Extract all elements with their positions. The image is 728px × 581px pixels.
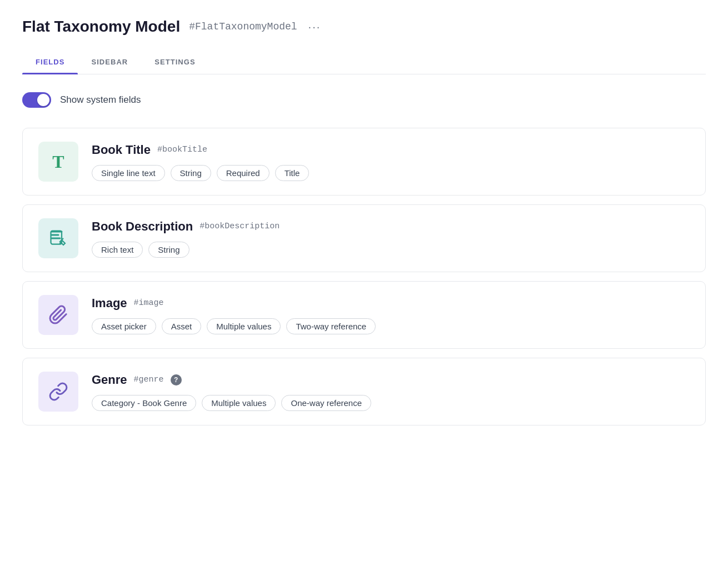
asset-icon — [48, 305, 68, 325]
field-name: Image — [92, 296, 127, 310]
tag-rich-text: Rich text — [92, 242, 143, 258]
tag-single-line-text: Single line text — [92, 165, 165, 181]
field-card-image[interactable]: Image #image Asset picker Asset Multiple… — [22, 281, 706, 349]
field-tags: Asset picker Asset Multiple values Two-w… — [92, 318, 690, 334]
system-fields-toggle[interactable] — [22, 92, 51, 108]
fields-list: T Book Title #bookTitle Single line text… — [22, 128, 706, 425]
field-name-row: Image #image — [92, 296, 690, 310]
field-icon-text: T — [38, 142, 78, 182]
field-info-image: Image #image Asset picker Asset Multiple… — [92, 296, 690, 334]
field-name-row: Book Title #bookTitle — [92, 143, 690, 157]
toggle-track — [22, 92, 51, 108]
field-icon-asset — [38, 295, 78, 335]
field-name-row: Genre #genre ? — [92, 373, 690, 387]
tab-sidebar[interactable]: SIDEBAR — [78, 51, 141, 74]
page-title: Flat Taxonomy Model — [22, 18, 180, 36]
more-options-icon[interactable]: ··· — [308, 21, 321, 33]
tag-asset: Asset — [162, 318, 202, 334]
reference-icon — [48, 382, 68, 402]
text-icon: T — [52, 152, 64, 172]
field-info-book-description: Book Description #bookDescription Rich t… — [92, 219, 690, 258]
field-tags: Rich text String — [92, 242, 690, 258]
tag-two-way-reference: Two-way reference — [286, 318, 376, 334]
page-slug: #FlatTaxonomyModel — [189, 21, 297, 32]
field-card-book-title[interactable]: T Book Title #bookTitle Single line text… — [22, 128, 706, 196]
svg-rect-2 — [51, 238, 61, 239]
system-fields-toggle-row: Show system fields — [22, 92, 706, 108]
field-tags: Category - Book Genre Multiple values On… — [92, 395, 690, 411]
field-info-genre: Genre #genre ? Category - Book Genre Mul… — [92, 373, 690, 411]
field-api-id: #image — [134, 298, 164, 308]
tag-title: Title — [275, 165, 310, 181]
field-name-row: Book Description #bookDescription — [92, 219, 690, 234]
tag-multiple-values: Multiple values — [207, 318, 281, 334]
field-name: Book Description — [92, 219, 193, 234]
field-info-book-title: Book Title #bookTitle Single line text S… — [92, 143, 690, 181]
toggle-thumb — [37, 94, 49, 106]
tab-fields[interactable]: FIELDS — [22, 51, 78, 74]
tag-multiple-values: Multiple values — [202, 395, 276, 411]
field-card-book-description[interactable]: Book Description #bookDescription Rich t… — [22, 204, 706, 272]
help-icon[interactable]: ? — [171, 374, 182, 385]
richtext-icon — [48, 228, 68, 248]
field-card-genre[interactable]: Genre #genre ? Category - Book Genre Mul… — [22, 358, 706, 425]
field-api-id: #genre — [134, 375, 164, 384]
tag-category-book-genre: Category - Book Genre — [92, 395, 196, 411]
field-name: Book Title — [92, 143, 151, 157]
tag-asset-picker: Asset picker — [92, 318, 156, 334]
field-tags: Single line text String Required Title — [92, 165, 690, 181]
svg-rect-1 — [51, 234, 59, 236]
field-icon-reference — [38, 372, 78, 412]
tag-one-way-reference: One-way reference — [281, 395, 371, 411]
field-api-id: #bookDescription — [200, 222, 280, 231]
field-icon-richtext — [38, 218, 78, 258]
tag-string: String — [171, 165, 211, 181]
field-name: Genre — [92, 373, 127, 387]
tag-required: Required — [217, 165, 270, 181]
tag-string: String — [148, 242, 189, 258]
system-fields-label: Show system fields — [60, 94, 141, 106]
tab-bar: FIELDS SIDEBAR SETTINGS — [22, 51, 706, 74]
tab-settings[interactable]: SETTINGS — [141, 51, 208, 74]
field-api-id: #bookTitle — [157, 145, 207, 154]
page-header: Flat Taxonomy Model #FlatTaxonomyModel ·… — [22, 18, 706, 36]
